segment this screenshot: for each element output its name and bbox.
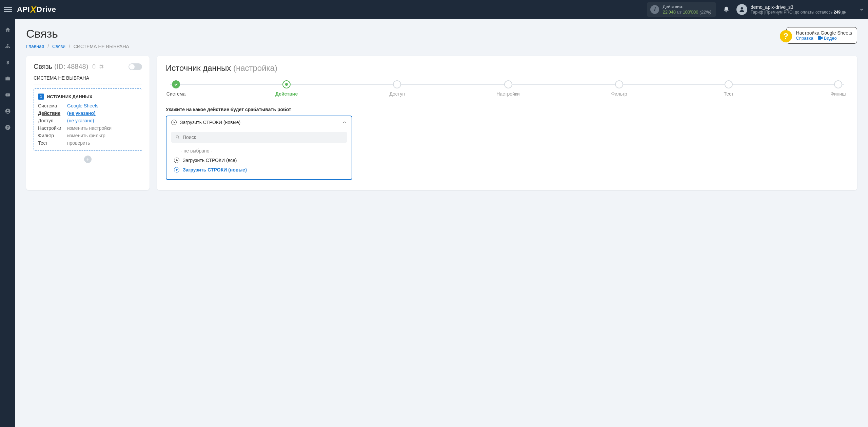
logo[interactable]: API X Drive bbox=[17, 4, 56, 15]
dropdown-option-none[interactable]: - не выбрано - bbox=[171, 146, 347, 156]
connection-card: Связь (ID: 48848) СИСТЕМА НЕ ВЫБРАНА 1 И… bbox=[26, 56, 150, 190]
copy-icon[interactable] bbox=[92, 64, 96, 69]
row-settings-k: Настройки bbox=[38, 125, 67, 131]
rc-subtitle: (настройка) bbox=[233, 63, 277, 73]
connection-toggle[interactable] bbox=[129, 63, 142, 70]
help-question-icon[interactable]: ? bbox=[780, 30, 792, 42]
step-test[interactable]: Тест bbox=[718, 80, 739, 97]
rc-title: Источник данных bbox=[166, 63, 231, 73]
play-icon bbox=[174, 167, 179, 172]
add-destination-button[interactable]: + bbox=[84, 156, 92, 163]
svg-text:?: ? bbox=[6, 125, 8, 129]
sidebar: $ ? bbox=[0, 19, 15, 198]
actions-counter[interactable]: i Действия: 22'048 из 100'000 (22%) bbox=[647, 2, 716, 17]
row-access-v[interactable]: (не указано) bbox=[67, 118, 138, 123]
play-icon bbox=[171, 120, 177, 125]
info-icon: i bbox=[650, 5, 659, 14]
notifications-icon[interactable] bbox=[723, 6, 730, 13]
logo-text-right: Drive bbox=[37, 5, 56, 14]
step-filter[interactable]: Фильтр bbox=[609, 80, 629, 97]
chevron-down-icon[interactable] bbox=[859, 7, 864, 12]
help-box: ? Настройка Google Sheets Справка Видео bbox=[786, 27, 857, 44]
step-action[interactable]: Действие bbox=[275, 80, 298, 97]
user-menu[interactable]: demo_apix-drive_s3 Тариф |Премиум PRO| д… bbox=[736, 4, 846, 15]
actions-total: 100'000 bbox=[683, 9, 698, 15]
logo-x-icon: X bbox=[30, 4, 36, 15]
username: demo_apix-drive_s3 bbox=[751, 4, 846, 10]
row-access-k: Доступ bbox=[38, 118, 67, 123]
logo-text-left: API bbox=[17, 5, 30, 14]
svg-text:$: $ bbox=[6, 60, 9, 65]
breadcrumb-links[interactable]: Связи bbox=[52, 44, 65, 49]
menu-toggle[interactable] bbox=[4, 5, 12, 14]
help-link-video[interactable]: Видео bbox=[824, 36, 837, 41]
tariff-line: Тариф |Премиум PRO| до оплаты осталось 2… bbox=[751, 10, 846, 15]
avatar-icon bbox=[736, 4, 747, 15]
sidebar-briefcase[interactable] bbox=[0, 75, 15, 83]
dropdown-selected-text: Загрузить СТРОКИ (новые) bbox=[180, 120, 240, 125]
row-system-k: Система bbox=[38, 103, 67, 108]
actions-of: из bbox=[677, 9, 682, 15]
step-settings[interactable]: Настройки bbox=[496, 80, 520, 97]
actions-label: Действия: bbox=[663, 4, 711, 9]
row-action-v[interactable]: (не указано) bbox=[67, 110, 138, 116]
row-filter-k: Фильтр bbox=[38, 133, 67, 138]
source-box: 1 ИСТОЧНИК ДАННЫХ Система Google Sheets … bbox=[34, 88, 142, 151]
dropdown-search-input[interactable] bbox=[183, 135, 343, 140]
action-dropdown: Загрузить СТРОКИ (новые) - не выбрано - … bbox=[166, 116, 352, 180]
topbar: API X Drive i Действия: 22'048 из 100'00… bbox=[0, 0, 868, 19]
dropdown-option-all[interactable]: Загрузить СТРОКИ (все) bbox=[171, 156, 347, 165]
row-filter-v[interactable]: изменить фильтр bbox=[67, 133, 138, 138]
source-config-card: Источник данных (настройка) Система Дейс… bbox=[157, 56, 857, 190]
connection-title: Связь bbox=[34, 63, 52, 70]
svg-point-0 bbox=[741, 7, 743, 9]
svg-point-3 bbox=[7, 47, 8, 48]
connection-subtitle: СИСТЕМА НЕ ВЫБРАНА bbox=[34, 75, 142, 84]
actions-pct: (22%) bbox=[699, 9, 711, 15]
breadcrumb-home[interactable]: Главная bbox=[26, 44, 44, 49]
help-link-docs[interactable]: Справка bbox=[796, 36, 813, 41]
row-test-v[interactable]: проверить bbox=[67, 140, 138, 146]
breadcrumb-current: СИСТЕМА НЕ ВЫБРАНА bbox=[74, 44, 129, 49]
source-heading: ИСТОЧНИК ДАННЫХ bbox=[47, 94, 92, 99]
row-system-v[interactable]: Google Sheets bbox=[67, 103, 138, 108]
svg-point-8 bbox=[7, 110, 8, 111]
actions-used: 22'048 bbox=[663, 9, 676, 15]
svg-rect-12 bbox=[93, 65, 95, 68]
breadcrumb: Главная / Связи / СИСТЕМА НЕ ВЫБРАНА bbox=[26, 44, 129, 49]
dropdown-search[interactable] bbox=[171, 132, 347, 143]
row-settings-v[interactable]: изменить настройки bbox=[67, 125, 138, 131]
sidebar-home[interactable] bbox=[0, 26, 15, 34]
gear-icon[interactable] bbox=[98, 64, 104, 69]
step-system[interactable]: Система bbox=[166, 80, 186, 97]
source-badge: 1 bbox=[38, 94, 44, 100]
play-icon bbox=[174, 158, 179, 163]
dropdown-selected[interactable]: Загрузить СТРОКИ (новые) bbox=[166, 116, 352, 128]
connection-id: (ID: 48848) bbox=[54, 63, 88, 70]
svg-rect-11 bbox=[818, 36, 821, 40]
chevron-up-icon bbox=[342, 120, 347, 125]
row-action-k[interactable]: Действие bbox=[38, 110, 67, 116]
video-icon bbox=[818, 36, 823, 40]
sidebar-help[interactable]: ? bbox=[0, 123, 15, 131]
step-access[interactable]: Доступ bbox=[387, 80, 407, 97]
page-title: Связь bbox=[26, 27, 129, 40]
sidebar-connections[interactable] bbox=[0, 42, 15, 50]
svg-point-13 bbox=[176, 136, 178, 138]
step-finish[interactable]: Финиш bbox=[828, 80, 848, 97]
sidebar-billing[interactable]: $ bbox=[0, 58, 15, 66]
row-test-k: Тест bbox=[38, 140, 67, 146]
search-icon bbox=[175, 135, 180, 140]
action-field-label: Укажите на какое действие будет срабатыв… bbox=[166, 107, 848, 112]
svg-point-1 bbox=[7, 44, 8, 45]
sidebar-account[interactable] bbox=[0, 107, 15, 115]
sidebar-video[interactable] bbox=[0, 91, 15, 99]
help-title: Настройка Google Sheets bbox=[796, 30, 852, 36]
stepper: Система Действие Доступ Настройки Фильтр… bbox=[166, 80, 848, 97]
dropdown-option-new[interactable]: Загрузить СТРОКИ (новые) bbox=[171, 165, 347, 175]
